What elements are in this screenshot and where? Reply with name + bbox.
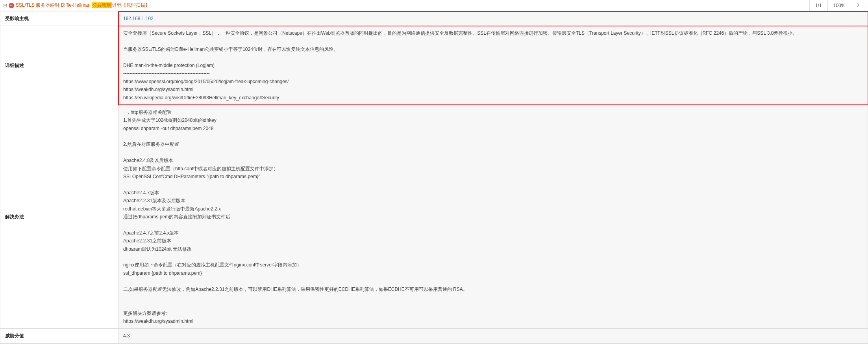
title-highlight: 公共密钥 xyxy=(92,2,112,8)
label-affected-host: 受影响主机 xyxy=(0,11,118,26)
title-prefix: SSL/TLS 服务器瞬时 Diffie-Hellman xyxy=(16,2,92,8)
severity-icon: − xyxy=(9,3,14,8)
header-right: 1/1 100% 2 xyxy=(809,0,865,11)
vuln-header: ⊟ − SSL/TLS 服务器瞬时 Diffie-Hellman 公共密钥过弱【… xyxy=(0,0,868,11)
vuln-title[interactable]: SSL/TLS 服务器瞬时 Diffie-Hellman 公共密钥过弱【原理扫描… xyxy=(16,2,150,9)
value-threat: 4.3 xyxy=(118,329,868,343)
label-description: 详细描述 xyxy=(0,26,118,105)
value-solution: 一. http服务器相关配置 1.首先生成大于1024bit(例如2048bit… xyxy=(118,105,868,329)
collapse-icon[interactable]: ⊟ xyxy=(3,3,7,8)
label-solution: 解决办法 xyxy=(0,105,118,329)
row-description: 详细描述 安全套接层（Secure Sockets Layer，SSL），一种安… xyxy=(0,26,868,105)
percent-cell: 100% xyxy=(827,0,851,11)
row-solution: 解决办法 一. http服务器相关配置 1.首先生成大于1024bit(例如20… xyxy=(0,105,868,329)
count-cell: 2 xyxy=(851,0,865,11)
title-suffix: 过弱【原理扫描】 xyxy=(112,2,150,8)
row-affected-host: 受影响主机 192.168.1.102; xyxy=(0,11,868,26)
counter-cell: 1/1 xyxy=(809,0,827,11)
value-description: 安全套接层（Secure Sockets Layer，SSL），一种安全协议，是… xyxy=(118,26,868,105)
value-affected-host: 192.168.1.102; xyxy=(118,11,868,26)
row-threat: 威胁分值 4.3 xyxy=(0,329,868,343)
host-link[interactable]: 192.168.1.102; xyxy=(123,16,155,21)
title-area: ⊟ − SSL/TLS 服务器瞬时 Diffie-Hellman 公共密钥过弱【… xyxy=(3,2,150,9)
label-threat: 威胁分值 xyxy=(0,329,118,343)
detail-table: 受影响主机 192.168.1.102; 详细描述 安全套接层（Secure S… xyxy=(0,11,868,344)
